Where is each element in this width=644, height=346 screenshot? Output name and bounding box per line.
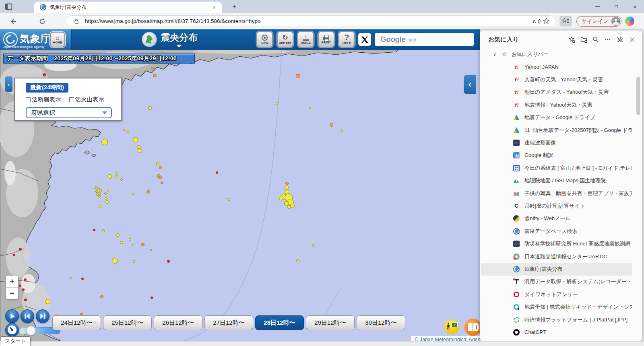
minimize-icon[interactable]: — <box>588 0 607 13</box>
scrollbar-thumb[interactable] <box>636 77 640 115</box>
tab-workspaces-icon[interactable] <box>4 2 13 10</box>
google-search-box[interactable]: Google 提供 <box>375 33 474 46</box>
collapse-panel-left-button[interactable]: ‹ <box>5 76 12 92</box>
favorite-item[interactable]: 地理院地図 / GSI Maps|国土地理院 <box>481 175 632 187</box>
active-volcano-checkbox[interactable]: 活火山表示 <box>69 96 105 103</box>
home-button[interactable]: ⌂ HOME <box>50 32 65 47</box>
earthquake-dot <box>101 139 108 145</box>
help-button[interactable]: HELP <box>339 31 355 47</box>
favorite-item[interactable]: 気象庁|震央分布 <box>481 263 632 275</box>
chevron-down-icon[interactable]: ∨ <box>493 52 496 57</box>
favorite-item[interactable]: 連続波形画像 <box>481 136 632 149</box>
favorite-item[interactable]: 震度データベース検索 <box>481 225 632 237</box>
favorite-label: 入善町の天気 - Yahoo!天気・災害 <box>524 76 603 83</box>
tab-title: 気象庁|震央分布 <box>50 4 211 11</box>
address-bar[interactable]: https://www.jma.go.jp/bosai/map.html#8/3… <box>66 15 555 27</box>
favorite-item[interactable]: @nifty - Webメール <box>481 212 632 225</box>
more-options-icon[interactable] <box>603 34 613 45</box>
favorite-item[interactable]: 日本道路交通情報センター:JARTIC <box>481 250 632 263</box>
earthquake-dot <box>24 299 27 301</box>
latest-24h-button[interactable]: 最新(24時間) <box>26 83 68 93</box>
search-favorites-icon[interactable] <box>590 34 601 45</box>
x-share-button[interactable] <box>358 33 371 46</box>
book-icon <box>468 323 479 331</box>
favorite-item[interactable]: 地震データ - Google ドライブ <box>481 111 632 124</box>
windows-taskbar[interactable] <box>0 341 644 346</box>
favorite-item[interactable]: 月齢|暦の計算|計算サイト <box>481 200 632 212</box>
favorite-item[interactable]: 地震予知 | 株式会社リキッド・デザイン・システム: <box>481 301 632 313</box>
favorite-item[interactable]: Yahoo! JAPAN <box>481 61 632 73</box>
sign-in-label: サインイン <box>582 18 609 25</box>
favorites-bar-folder[interactable]: ∨ ☆ お気に入りバー <box>480 49 642 60</box>
favorite-label: 今日の番組表 [ 富山 / 地上波 ] - Gガイド.テレビ王国 <box>524 165 632 172</box>
jma-logo-block[interactable]: 気象庁 Japan Meteorological Agency ⌂ HOME <box>0 29 72 50</box>
tab-close-icon[interactable]: × <box>211 4 218 11</box>
day-button-0[interactable]: 24日12時〜 <box>52 315 101 330</box>
favorite-item[interactable]: 地震情報 - Yahoo!天気・災害 <box>481 99 632 111</box>
checkbox-icon[interactable] <box>69 97 74 102</box>
favorites-hub-button[interactable] <box>559 16 572 27</box>
zoom-in-button[interactable]: + <box>6 276 18 288</box>
skip-to-start-button[interactable] <box>21 309 34 323</box>
day-button-4[interactable]: 28日12時〜 <box>255 315 304 330</box>
prefecture-select[interactable]: 府県選択 <box>26 107 112 118</box>
gps-button[interactable]: GPS <box>256 31 273 47</box>
favorite-item[interactable]: 11_仙台地震データ-202507開設 - Google ドライブ <box>481 124 632 136</box>
settings-menu-icon[interactable]: ··· <box>613 18 622 25</box>
tab-jma[interactable]: 気象庁|震央分布 × <box>34 2 222 13</box>
print-icon <box>323 37 329 40</box>
earthquake-dot <box>216 171 218 174</box>
speed-gauge-button[interactable] <box>5 323 19 337</box>
jma-icon <box>513 228 520 235</box>
active-fault-checkbox[interactable]: 活断層表示 <box>26 96 61 103</box>
add-favorite-icon[interactable] <box>566 34 577 45</box>
add-folder-icon[interactable] <box>578 34 589 45</box>
skip-to-end-button[interactable] <box>36 309 50 323</box>
favorite-item[interactable]: 子供の写真、動画を共有・整理アプリ - 家族アルバ <box>481 187 632 200</box>
update-button[interactable]: UPDATE <box>277 31 293 47</box>
read-aloud-icon[interactable]: A <box>532 17 541 26</box>
guide-book-button[interactable] <box>464 319 480 336</box>
expand-panel-right-button[interactable]: ‹ <box>464 75 476 94</box>
earthquake-dot <box>296 74 300 78</box>
zoom-out-button[interactable]: − <box>6 288 18 299</box>
new-tab-button[interactable]: + <box>229 2 239 11</box>
epicenter-map[interactable]: データ表示期間 2025年09月28日12:00〜2025年09月29日12:0… <box>0 50 480 341</box>
url-text[interactable]: https://www.jma.go.jp/bosai/map.html#8/3… <box>85 18 532 24</box>
image-button[interactable]: IMAGE <box>297 31 314 47</box>
favorite-item[interactable]: ChatGPT <box>481 326 632 338</box>
copilot-icon[interactable] <box>625 16 634 26</box>
slider-knob[interactable] <box>26 326 36 336</box>
earthquake-dot <box>126 130 129 133</box>
maximize-icon[interactable]: □ <box>607 0 625 13</box>
favorite-item[interactable]: 特許情報プラットフォーム | J-PlatPat [JPP] <box>481 313 632 326</box>
day-button-6[interactable]: 30日12時〜 <box>357 315 405 330</box>
checkbox-icon[interactable] <box>26 97 31 102</box>
back-button[interactable] <box>8 16 19 26</box>
unpin-panel-icon[interactable] <box>615 34 625 45</box>
favorites-title: お気に入り <box>488 36 565 43</box>
play-button[interactable] <box>5 309 19 323</box>
day-button-2[interactable]: 26日12時〜 <box>154 315 202 330</box>
favorite-item[interactable]: 朝日のアメダス - Yahoo!天気・災害 <box>481 86 632 99</box>
day-button-3[interactable]: 27日12時〜 <box>204 315 253 330</box>
close-window-icon[interactable]: × <box>625 0 644 13</box>
close-panel-icon[interactable] <box>627 34 637 45</box>
refresh-button[interactable] <box>37 16 47 26</box>
day-button-1[interactable]: 25日12時〜 <box>103 315 152 330</box>
print-button[interactable]: PRINT <box>318 31 334 47</box>
chevron-down-icon[interactable] <box>176 45 182 47</box>
favorite-item[interactable]: 汎用データ取得・解析システム(レコーダー・増幅器 <box>481 276 632 288</box>
favorite-item[interactable]: 防災科学技術研究所 Hi-net 高感度地震観測網 <box>481 237 632 250</box>
globe-icon <box>142 32 157 47</box>
favorite-label: 朝日のアメダス - Yahoo!天気・災害 <box>524 89 609 96</box>
tutorial-button[interactable]: ? <box>444 319 459 334</box>
favorite-item[interactable]: ダイワネットアンサー <box>481 288 632 301</box>
gsi-icon <box>513 177 520 184</box>
favorite-star-icon[interactable] <box>541 17 551 26</box>
day-button-5[interactable]: 29日12時〜 <box>306 315 355 330</box>
favorite-item[interactable]: Google 翻訳 <box>481 149 632 162</box>
favorite-item[interactable]: 今日の番組表 [ 富山 / 地上波 ] - Gガイド.テレビ王国 <box>481 162 632 174</box>
lock-icon[interactable] <box>72 17 81 26</box>
favorite-item[interactable]: 入善町の天気 - Yahoo!天気・災害 <box>481 73 632 86</box>
